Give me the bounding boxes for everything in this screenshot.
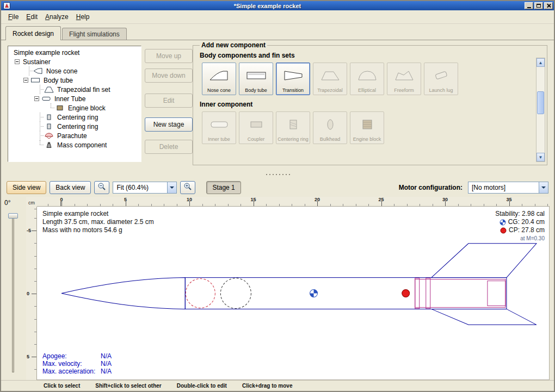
collapse-icon[interactable] bbox=[15, 59, 20, 64]
zoom-out-icon bbox=[97, 182, 106, 191]
inner-tube-shape[interactable] bbox=[415, 279, 505, 308]
fin-bottom-shape[interactable] bbox=[431, 309, 536, 325]
add-engine-block-button[interactable]: Engine block bbox=[350, 111, 384, 144]
body-tube-shape[interactable] bbox=[185, 278, 507, 309]
ruler-unit-label: cm bbox=[26, 197, 37, 207]
tree-row-fin-set[interactable]: Trapezoidal fin set bbox=[9, 85, 140, 94]
delete-button[interactable]: Delete bbox=[145, 140, 193, 154]
zoom-in-icon bbox=[183, 182, 192, 191]
engine-block-shape[interactable] bbox=[488, 281, 505, 306]
max-acceleration-label: Max. acceleration: bbox=[42, 368, 101, 375]
move-up-button[interactable]: Move up bbox=[145, 49, 193, 63]
stability-legend: Stability: 2.98 cal CG: 20.4 cm CP: 27.8… bbox=[495, 210, 545, 242]
zoom-out-button[interactable] bbox=[94, 181, 109, 194]
add-coupler-button[interactable]: Coupler bbox=[239, 111, 273, 144]
nose-cone-icon bbox=[208, 69, 230, 82]
new-stage-button[interactable]: New stage bbox=[145, 117, 193, 132]
tree-row-nose-cone[interactable]: Nose cone bbox=[9, 66, 140, 76]
rotation-slider-handle[interactable] bbox=[8, 213, 18, 219]
tree-row-inner-tube[interactable]: Inner Tube bbox=[9, 94, 140, 103]
add-body-tube-button[interactable]: Body tube bbox=[239, 63, 273, 95]
component-tree[interactable]: Simple example rocket Sustainer Nose con… bbox=[8, 46, 141, 162]
trapezoidal-fin-icon bbox=[319, 69, 341, 82]
rotation-slider-track[interactable] bbox=[12, 213, 14, 372]
add-inner-tube-button[interactable]: Inner tube bbox=[202, 111, 236, 144]
side-view-button[interactable]: Side view bbox=[7, 181, 46, 194]
tab-flight-simulations[interactable]: Flight simulations bbox=[62, 28, 127, 40]
rocket-view-area: 0° cm 0 5 10 15 20 25 30 35 -5 0 5 bbox=[1, 197, 554, 380]
engine-block-icon bbox=[55, 104, 65, 111]
rotation-value: 0° bbox=[4, 199, 10, 207]
parachute-icon bbox=[44, 132, 54, 139]
centering-ring-icon bbox=[282, 118, 304, 131]
rocket-canvas[interactable]: Simple example rocket Length 37.5 cm, ma… bbox=[37, 207, 550, 380]
add-freeform-fin-button[interactable]: Freeform bbox=[387, 63, 421, 95]
tree-row-engine-block[interactable]: Engine block bbox=[9, 103, 140, 113]
nose-cone-shape[interactable] bbox=[61, 278, 185, 309]
motor-dropdown-button[interactable] bbox=[539, 182, 548, 193]
inner-components-row: Inner tube Coupler Centering ring Bulkhe… bbox=[202, 111, 541, 144]
engine-block-icon bbox=[356, 118, 378, 131]
collapse-icon[interactable] bbox=[34, 96, 39, 101]
tree-row-rocket[interactable]: Simple example rocket bbox=[9, 48, 140, 57]
tree-row-sustainer[interactable]: Sustainer bbox=[9, 57, 140, 66]
menu-file[interactable]: File bbox=[4, 11, 22, 22]
main-tabs: Rocket design Flight simulations bbox=[1, 24, 554, 40]
add-bulkhead-button[interactable]: Bulkhead bbox=[313, 111, 347, 144]
add-centering-ring-button[interactable]: Centering ring bbox=[276, 111, 310, 144]
parachute-shape[interactable] bbox=[186, 279, 215, 308]
maximize-button[interactable] bbox=[534, 2, 543, 9]
edit-button[interactable]: Edit bbox=[145, 94, 193, 108]
add-transition-button[interactable]: Transition bbox=[276, 63, 310, 95]
component-panel-scrollbar[interactable]: ▲ ▼ bbox=[536, 58, 545, 162]
max-acceleration-value: N/A bbox=[101, 368, 112, 375]
coupler-icon bbox=[245, 118, 267, 131]
zoom-select[interactable]: Fit (60.4%) bbox=[113, 182, 177, 194]
close-button[interactable] bbox=[544, 2, 553, 9]
fin-set-icon bbox=[44, 86, 54, 93]
tree-row-centering-ring-1[interactable]: Centering ring bbox=[9, 113, 140, 122]
menu-edit[interactable]: Edit bbox=[22, 11, 41, 22]
freeform-fin-icon bbox=[393, 69, 415, 82]
zoom-dropdown-button[interactable] bbox=[167, 182, 176, 193]
tab-rocket-design[interactable]: Rocket design bbox=[5, 26, 61, 40]
fin-top-shape[interactable] bbox=[431, 244, 536, 278]
tree-row-centering-ring-2[interactable]: Centering ring bbox=[9, 122, 140, 131]
body-components-row: Nose cone Body tube Transition Trapezoid… bbox=[202, 63, 541, 95]
scrollbar-thumb[interactable] bbox=[537, 91, 544, 114]
back-view-button[interactable]: Back view bbox=[50, 181, 91, 194]
add-elliptical-fin-button[interactable]: Elliptical bbox=[350, 63, 384, 95]
body-components-label: Body components and fin sets bbox=[200, 52, 541, 59]
rocket-dimensions: Length 37.5 cm, max. diameter 2.5 cm bbox=[42, 218, 154, 226]
inner-component-label: Inner component bbox=[200, 101, 541, 108]
centering-ring-shape[interactable] bbox=[415, 278, 420, 309]
zoom-in-button[interactable] bbox=[180, 181, 195, 194]
move-down-button[interactable]: Move down bbox=[145, 69, 193, 83]
hint-double-click: Double-click to edit bbox=[177, 383, 227, 389]
transition-icon bbox=[282, 69, 304, 82]
add-nose-cone-button[interactable]: Nose cone bbox=[202, 63, 236, 95]
centering-ring-shape[interactable] bbox=[426, 278, 430, 309]
stage-1-toggle[interactable]: Stage 1 bbox=[206, 181, 240, 194]
mass-component-shape[interactable] bbox=[220, 278, 251, 309]
menu-help[interactable]: Help bbox=[72, 11, 94, 22]
add-launch-lug-button[interactable]: Launch lug bbox=[424, 63, 458, 95]
tree-row-parachute[interactable]: Parachute bbox=[9, 131, 140, 140]
flight-summary: Apogee:N/A Max. velocity:N/A Max. accele… bbox=[42, 352, 112, 375]
scroll-down-button[interactable]: ▼ bbox=[536, 153, 545, 161]
motor-configuration-value: [No motors] bbox=[468, 184, 539, 191]
add-trapezoidal-fin-button[interactable]: Trapezoidal bbox=[313, 63, 347, 95]
tree-row-body-tube[interactable]: Body tube bbox=[9, 76, 140, 85]
titlebar[interactable]: *Simple example rocket bbox=[1, 1, 554, 10]
menu-analyze[interactable]: Analyze bbox=[41, 11, 72, 22]
inner-tube-icon bbox=[208, 118, 230, 131]
motor-configuration-select[interactable]: [No motors] bbox=[468, 182, 548, 194]
scroll-up-button[interactable]: ▲ bbox=[536, 58, 545, 67]
minimize-button[interactable] bbox=[525, 2, 533, 9]
panel-splitter[interactable] bbox=[1, 171, 554, 178]
collapse-icon[interactable] bbox=[23, 78, 28, 83]
tree-row-mass-component[interactable]: Mass component bbox=[9, 140, 140, 150]
cp-marker bbox=[402, 290, 410, 297]
motor-configuration-label: Motor configuration: bbox=[399, 184, 462, 191]
cg-marker bbox=[310, 290, 318, 297]
